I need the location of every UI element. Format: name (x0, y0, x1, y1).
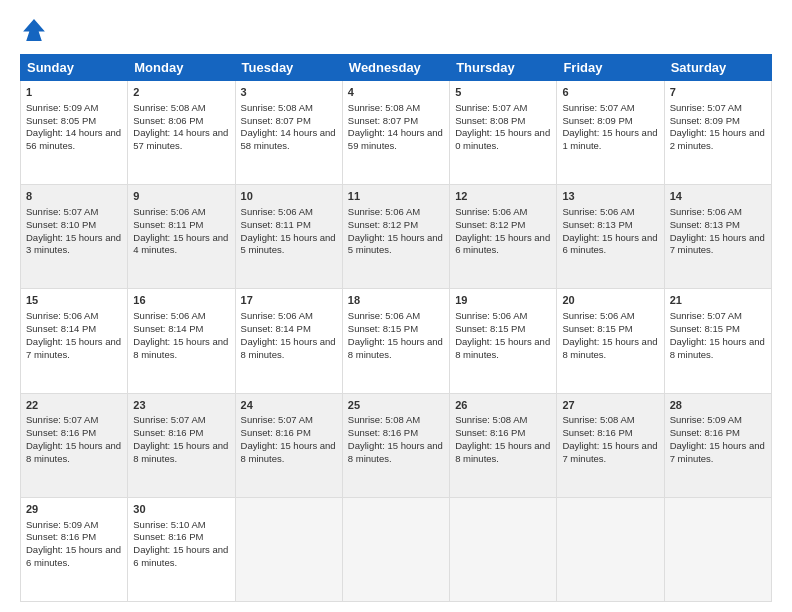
sunrise: Sunrise: 5:07 AM (455, 102, 527, 113)
logo-icon (20, 16, 48, 44)
day-number: 10 (241, 189, 337, 204)
daylight: Daylight: 15 hours and 7 minutes. (26, 336, 121, 360)
sunset: Sunset: 8:16 PM (670, 427, 740, 438)
daylight: Daylight: 14 hours and 58 minutes. (241, 127, 336, 151)
sunrise: Sunrise: 5:08 AM (133, 102, 205, 113)
calendar-cell: 18Sunrise: 5:06 AMSunset: 8:15 PMDayligh… (342, 289, 449, 393)
day-number: 27 (562, 398, 658, 413)
daylight: Daylight: 14 hours and 57 minutes. (133, 127, 228, 151)
sunset: Sunset: 8:13 PM (562, 219, 632, 230)
sunset: Sunset: 8:14 PM (133, 323, 203, 334)
day-number: 29 (26, 502, 122, 517)
day-number: 18 (348, 293, 444, 308)
sunset: Sunset: 8:16 PM (348, 427, 418, 438)
day-number: 14 (670, 189, 766, 204)
weekday-header-tuesday: Tuesday (235, 55, 342, 81)
sunrise: Sunrise: 5:06 AM (241, 310, 313, 321)
calendar-cell: 9Sunrise: 5:06 AMSunset: 8:11 PMDaylight… (128, 185, 235, 289)
day-number: 2 (133, 85, 229, 100)
sunrise: Sunrise: 5:09 AM (26, 519, 98, 530)
weekday-header-saturday: Saturday (664, 55, 771, 81)
sunset: Sunset: 8:11 PM (241, 219, 311, 230)
calendar-cell: 1Sunrise: 5:09 AMSunset: 8:05 PMDaylight… (21, 81, 128, 185)
calendar-cell: 20Sunrise: 5:06 AMSunset: 8:15 PMDayligh… (557, 289, 664, 393)
sunset: Sunset: 8:11 PM (133, 219, 203, 230)
svg-marker-1 (23, 19, 45, 41)
sunrise: Sunrise: 5:07 AM (26, 414, 98, 425)
sunrise: Sunrise: 5:06 AM (455, 310, 527, 321)
sunrise: Sunrise: 5:07 AM (26, 206, 98, 217)
day-number: 21 (670, 293, 766, 308)
sunset: Sunset: 8:15 PM (670, 323, 740, 334)
day-number: 28 (670, 398, 766, 413)
calendar-cell (235, 497, 342, 601)
sunrise: Sunrise: 5:06 AM (670, 206, 742, 217)
sunset: Sunset: 8:09 PM (562, 115, 632, 126)
daylight: Daylight: 15 hours and 6 minutes. (26, 544, 121, 568)
daylight: Daylight: 15 hours and 1 minute. (562, 127, 657, 151)
calendar-cell: 29Sunrise: 5:09 AMSunset: 8:16 PMDayligh… (21, 497, 128, 601)
sunset: Sunset: 8:16 PM (133, 427, 203, 438)
day-number: 6 (562, 85, 658, 100)
daylight: Daylight: 15 hours and 8 minutes. (455, 336, 550, 360)
daylight: Daylight: 15 hours and 7 minutes. (562, 440, 657, 464)
day-number: 22 (26, 398, 122, 413)
weekday-header-sunday: Sunday (21, 55, 128, 81)
sunset: Sunset: 8:16 PM (26, 427, 96, 438)
sunrise: Sunrise: 5:07 AM (133, 414, 205, 425)
sunrise: Sunrise: 5:09 AM (26, 102, 98, 113)
daylight: Daylight: 15 hours and 8 minutes. (241, 440, 336, 464)
calendar-cell: 14Sunrise: 5:06 AMSunset: 8:13 PMDayligh… (664, 185, 771, 289)
calendar-cell: 8Sunrise: 5:07 AMSunset: 8:10 PMDaylight… (21, 185, 128, 289)
sunrise: Sunrise: 5:09 AM (670, 414, 742, 425)
day-number: 15 (26, 293, 122, 308)
sunset: Sunset: 8:06 PM (133, 115, 203, 126)
sunrise: Sunrise: 5:06 AM (348, 206, 420, 217)
sunrise: Sunrise: 5:07 AM (562, 102, 634, 113)
sunrise: Sunrise: 5:06 AM (241, 206, 313, 217)
sunrise: Sunrise: 5:07 AM (241, 414, 313, 425)
sunrise: Sunrise: 5:06 AM (133, 310, 205, 321)
sunrise: Sunrise: 5:06 AM (455, 206, 527, 217)
calendar-cell: 25Sunrise: 5:08 AMSunset: 8:16 PMDayligh… (342, 393, 449, 497)
weekday-header-friday: Friday (557, 55, 664, 81)
page: SundayMondayTuesdayWednesdayThursdayFrid… (0, 0, 792, 612)
calendar-cell: 22Sunrise: 5:07 AMSunset: 8:16 PMDayligh… (21, 393, 128, 497)
sunset: Sunset: 8:16 PM (562, 427, 632, 438)
calendar-cell: 6Sunrise: 5:07 AMSunset: 8:09 PMDaylight… (557, 81, 664, 185)
sunset: Sunset: 8:15 PM (348, 323, 418, 334)
calendar-cell: 28Sunrise: 5:09 AMSunset: 8:16 PMDayligh… (664, 393, 771, 497)
day-number: 3 (241, 85, 337, 100)
daylight: Daylight: 14 hours and 59 minutes. (348, 127, 443, 151)
day-number: 24 (241, 398, 337, 413)
calendar-cell (557, 497, 664, 601)
sunset: Sunset: 8:08 PM (455, 115, 525, 126)
daylight: Daylight: 15 hours and 5 minutes. (348, 232, 443, 256)
daylight: Daylight: 15 hours and 8 minutes. (348, 336, 443, 360)
sunset: Sunset: 8:14 PM (26, 323, 96, 334)
sunrise: Sunrise: 5:10 AM (133, 519, 205, 530)
calendar-cell: 27Sunrise: 5:08 AMSunset: 8:16 PMDayligh… (557, 393, 664, 497)
sunset: Sunset: 8:07 PM (348, 115, 418, 126)
sunrise: Sunrise: 5:06 AM (562, 310, 634, 321)
calendar-cell: 11Sunrise: 5:06 AMSunset: 8:12 PMDayligh… (342, 185, 449, 289)
day-number: 26 (455, 398, 551, 413)
daylight: Daylight: 15 hours and 6 minutes. (562, 232, 657, 256)
daylight: Daylight: 15 hours and 5 minutes. (241, 232, 336, 256)
daylight: Daylight: 15 hours and 6 minutes. (133, 544, 228, 568)
calendar-table: SundayMondayTuesdayWednesdayThursdayFrid… (20, 54, 772, 602)
sunset: Sunset: 8:14 PM (241, 323, 311, 334)
day-number: 30 (133, 502, 229, 517)
day-number: 11 (348, 189, 444, 204)
day-number: 8 (26, 189, 122, 204)
weekday-header-monday: Monday (128, 55, 235, 81)
calendar-cell: 5Sunrise: 5:07 AMSunset: 8:08 PMDaylight… (450, 81, 557, 185)
daylight: Daylight: 15 hours and 8 minutes. (26, 440, 121, 464)
day-number: 4 (348, 85, 444, 100)
calendar-cell: 2Sunrise: 5:08 AMSunset: 8:06 PMDaylight… (128, 81, 235, 185)
daylight: Daylight: 15 hours and 8 minutes. (670, 336, 765, 360)
day-number: 23 (133, 398, 229, 413)
sunset: Sunset: 8:09 PM (670, 115, 740, 126)
calendar-cell: 21Sunrise: 5:07 AMSunset: 8:15 PMDayligh… (664, 289, 771, 393)
daylight: Daylight: 15 hours and 8 minutes. (241, 336, 336, 360)
